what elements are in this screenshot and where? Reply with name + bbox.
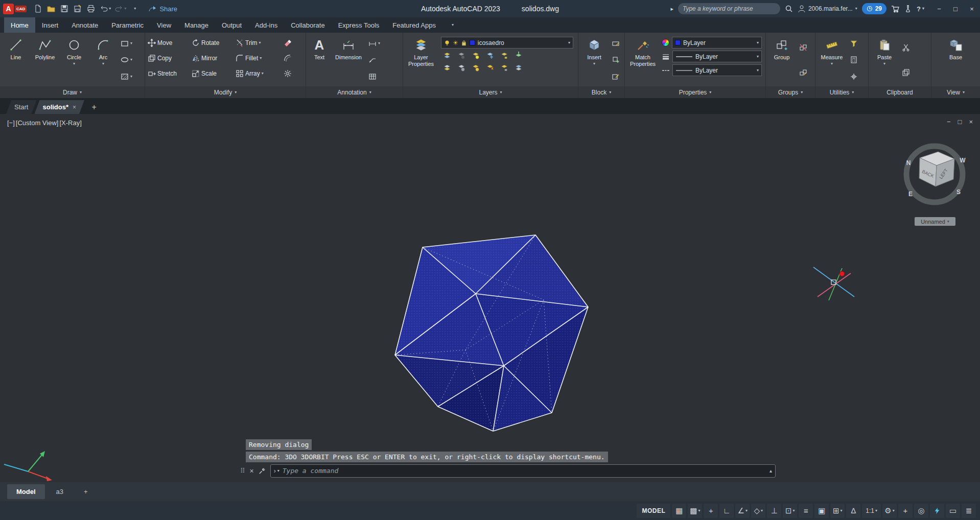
model-space-button[interactable]: MODEL — [637, 504, 670, 518]
model-space-viewport[interactable]: [−] [Custom View] [X-Ray] − □ × N E S W … — [0, 114, 980, 482]
scale-button[interactable]: Scale — [190, 67, 233, 80]
apps-flask-icon[interactable] — [904, 5, 912, 13]
ortho-mode-button[interactable]: ∟ — [719, 504, 734, 518]
draw-panel-footer[interactable]: Draw▾ — [0, 86, 145, 98]
group-button[interactable]: Group — [767, 34, 796, 86]
object-color-dropdown[interactable]: ByLayer ▾ — [672, 37, 762, 49]
groups-panel-footer[interactable]: Groups▾ — [766, 86, 815, 98]
close-button[interactable]: × — [964, 0, 980, 17]
viewport-visual-style-control[interactable]: [X-Ray] — [59, 119, 81, 127]
ungroup-button[interactable] — [798, 41, 809, 54]
command-drag-handle[interactable]: ⠿ — [240, 467, 245, 475]
mirror-button[interactable]: Mirror — [190, 52, 233, 64]
tab-featured-apps[interactable]: Featured Apps — [386, 17, 442, 33]
make-current-layer-icon[interactable] — [514, 51, 524, 61]
user-account-button[interactable]: 2006.maria.fer... ▾ — [798, 5, 857, 13]
compass-n[interactable]: N — [906, 159, 911, 167]
tab-output[interactable]: Output — [215, 17, 248, 33]
expand-search-icon[interactable]: ▸ — [670, 6, 673, 12]
grid-display-button[interactable]: ▦ — [672, 504, 686, 518]
properties-panel-footer[interactable]: Properties▾ — [625, 86, 765, 98]
open-file-button[interactable] — [45, 2, 57, 15]
clean-screen-button[interactable]: ▭ — [946, 504, 960, 518]
quick-calculator-button[interactable] — [848, 54, 859, 66]
close-tab-icon[interactable]: × — [73, 104, 76, 111]
erase-button[interactable] — [282, 37, 295, 49]
array-button[interactable]: Array▾ — [234, 67, 281, 80]
viewport-minimize-control[interactable]: [−] — [7, 119, 15, 127]
customize-quick-access-button[interactable]: ▾ — [129, 2, 141, 15]
command-input-field[interactable]: ›▾ ▴ — [270, 464, 776, 478]
leader-button[interactable] — [367, 54, 382, 66]
id-point-button[interactable] — [848, 70, 859, 83]
annotation-monitor-button[interactable]: + — [898, 504, 913, 518]
dimension-button[interactable]: Dimension — [332, 34, 365, 86]
lineweight-dropdown[interactable]: ByLayer ▾ — [672, 51, 762, 62]
isolate-objects-button[interactable]: ◎ — [914, 504, 928, 518]
layer-walk-icon[interactable] — [514, 63, 524, 73]
isometric-drafting-button[interactable]: ◇▾ — [751, 504, 765, 518]
tab-manage[interactable]: Manage — [178, 17, 215, 33]
tab-annotate[interactable]: Annotate — [65, 17, 105, 33]
block-editor-button[interactable] — [610, 70, 621, 83]
annotation-panel-footer[interactable]: Annotation▾ — [306, 86, 403, 98]
cart-icon[interactable] — [891, 5, 899, 13]
insert-button[interactable]: Insert ▾ — [580, 34, 609, 86]
save-button[interactable] — [58, 2, 71, 15]
layers-panel-footer[interactable]: Layers▾ — [403, 86, 578, 98]
new-layout-button[interactable]: + — [75, 484, 97, 499]
utilities-panel-footer[interactable]: Utilities▾ — [815, 86, 868, 98]
circle-button[interactable]: Circle ▾ — [60, 34, 88, 86]
undo-button[interactable]: ▾ — [98, 2, 112, 15]
layer-thaw-icon[interactable] — [485, 63, 495, 73]
clipboard-panel-footer[interactable]: Clipboard — [869, 86, 931, 98]
viewport-close-icon[interactable]: × — [969, 118, 973, 126]
search-icon[interactable] — [785, 5, 793, 13]
file-tab-solidos[interactable]: solidos* × — [34, 100, 84, 114]
copy-clip-button[interactable] — [900, 66, 912, 79]
named-view-chip[interactable]: Unnamed ▾ — [915, 217, 955, 226]
layer-freeze-icon[interactable] — [485, 51, 495, 61]
save-as-button[interactable] — [72, 2, 84, 15]
base-view-button[interactable]: Base — [942, 34, 970, 86]
arc-button[interactable]: Arc ▾ — [89, 34, 118, 86]
modify-panel-footer[interactable]: Modify▾ — [145, 86, 306, 98]
edit-attribute-button[interactable] — [610, 37, 621, 50]
stretch-button[interactable]: Stretch — [146, 67, 189, 80]
rotate-button[interactable]: Rotate — [190, 37, 233, 49]
group-edit-button[interactable] — [798, 66, 809, 79]
offset-button[interactable] — [282, 52, 295, 64]
paste-button[interactable]: Paste ▾ — [870, 34, 899, 86]
annotation-scale-button[interactable]: 1:1▾ — [862, 504, 881, 518]
icosahedron-solid[interactable] — [388, 229, 593, 438]
rectangle-button[interactable]: ▾ — [119, 37, 134, 50]
layer-isolate-icon[interactable] — [471, 51, 481, 61]
layer-match-icon[interactable] — [442, 63, 452, 73]
plot-button[interactable] — [85, 2, 97, 15]
ribbon-display-options-button[interactable]: ▾ — [447, 17, 459, 33]
share-button[interactable]: Share — [148, 5, 177, 13]
copy-button[interactable]: Copy — [146, 52, 189, 64]
text-button[interactable]: A Text — [308, 34, 331, 86]
move-button[interactable]: Move — [146, 37, 189, 49]
compass-s[interactable]: S — [956, 188, 961, 196]
layer-state-icon[interactable] — [442, 51, 452, 61]
recent-commands-icon[interactable]: ▴ — [769, 468, 772, 474]
maximize-button[interactable]: □ — [947, 0, 964, 17]
explode-button[interactable] — [282, 67, 295, 80]
measure-button[interactable]: Measure ▾ — [817, 34, 847, 86]
polar-tracking-button[interactable]: ∠▾ — [735, 504, 750, 518]
command-prompt-icon[interactable]: ›▾ — [274, 467, 279, 475]
viewport-view-control[interactable]: [Custom View] — [16, 119, 59, 127]
linear-dimension-button[interactable]: ▾ — [367, 37, 382, 50]
polyline-button[interactable]: Polyline — [31, 34, 59, 86]
match-properties-button[interactable]: MatchProperties — [626, 34, 659, 86]
tab-collaborate[interactable]: Collaborate — [284, 17, 332, 33]
viewport-restore-icon[interactable]: □ — [958, 118, 962, 126]
view-cube[interactable]: N E S W BACK LEFT — [896, 134, 973, 211]
redo-button[interactable]: ▾ — [113, 2, 128, 15]
table-button[interactable] — [367, 70, 382, 83]
tab-add-ins[interactable]: Add-ins — [248, 17, 284, 33]
layer-unisolate-icon[interactable] — [456, 63, 466, 73]
customize-wrench-icon[interactable] — [259, 467, 266, 475]
